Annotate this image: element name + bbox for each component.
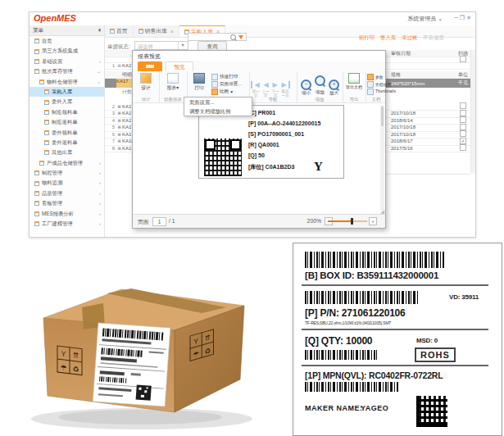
maker-name-label: MAKER NAME: [305,404,363,412]
design-button[interactable]: 设计 [135,73,157,92]
scan-checkbox[interactable] [460,144,466,151]
page-setup-menu: 页面设置... 调整文档缩放比例 [184,97,252,116]
close-button[interactable]: ✕ [466,15,473,20]
export-document-button[interactable]: 导出文档 [343,73,365,89]
page-number-input[interactable]: 1 [152,217,166,226]
sidebar-item-batch-inventory[interactable]: 批次库存管理⌄ [30,66,104,76]
maximize-button[interactable]: ❐ [460,15,466,20]
window-icon [44,130,49,135]
scan-checkbox[interactable] [460,102,466,109]
search-icon [230,34,236,40]
filter-icon[interactable] [238,35,243,39]
scale-button[interactable]: 比例▾ [211,88,242,95]
thumbnails-button[interactable]: Thumbnails [367,88,396,95]
document-map-button[interactable]: 文档地图 [367,80,396,88]
thumbnails-icon [367,89,374,95]
grid-scrollbar[interactable] [470,50,475,173]
menu-item-adjust-scale[interactable]: 调整文档缩放比例 [184,107,252,116]
scan-checkbox[interactable]: ✓ [460,138,466,144]
folder-icon [34,170,39,175]
sidebar-item-outsource-return[interactable]: 委外退料单 [30,138,104,148]
sidebar-item-kanban-mgmt[interactable]: 看板管理‹ [30,198,104,208]
sidebar-item-mfg-return[interactable]: 制造退料单 [30,117,104,127]
sidebar-item-other-outbound[interactable]: 其他出库 [30,148,104,157]
tab-home[interactable]: 首页 [105,25,134,37]
menu-item-page-setup[interactable]: 页面设置... [184,98,252,107]
expand-icon[interactable]: ⊞ [116,104,122,109]
close-icon[interactable]: × [170,29,174,34]
sidebar-item-basic-settings[interactable]: 基础设置‹ [30,57,104,66]
folder-icon [34,221,39,226]
sidebar-item-finished-goods[interactable]: 产成品仓储管理‹ [30,158,104,168]
expand-icon[interactable]: ⊞ [116,146,122,151]
zoom-icon [315,75,325,86]
window-icon [44,100,49,105]
scale-icon [211,89,218,95]
folder-icon [39,161,44,166]
sidebar-item-factory-modeling[interactable]: 工厂建模管理‹ [30,219,104,229]
sidebar-item-outsource-picking[interactable]: 委外领料单 [30,128,104,138]
parameters-button[interactable]: 参数 [367,73,396,80]
chevron-down-icon: ⌄ [438,16,443,21]
scan-filter-checkbox[interactable] [460,56,466,62]
zoom-out-icon: − [301,79,311,90]
mpn-text: [1P] MPN(QVL): RC0402FR-0722RL [305,370,443,380]
zoom-button[interactable]: 缩放 [314,75,326,95]
zoom-slider[interactable] [328,220,367,222]
print-button[interactable]: 打印 [188,73,210,92]
sidebar-item-material-warehouse[interactable]: 物料仓储管理⌄ [30,77,104,87]
sidebar-item-purchase-inbound[interactable]: 采购入库 [30,87,104,97]
zoom-out-button[interactable]: −缩小 [300,75,312,96]
collapse-icon[interactable]: ⊟ [116,63,122,68]
scan-checkbox[interactable] [460,110,466,116]
expand-icon[interactable]: ⊞ [116,125,122,129]
expand-icon[interactable]: ⊞ [116,111,122,116]
sidebar-item-outsource-inbound[interactable]: 委外入库 [30,97,104,107]
status-select[interactable]: 请选择 ▾ [134,41,188,50]
label-line-p: [P] 00A--AO-244012200015 [248,120,320,126]
expand-icon[interactable]: ⊞ [116,139,122,143]
preview-scrollbar[interactable] [380,105,384,215]
tab-sales-outbound[interactable]: 销售出库× [134,25,179,37]
chevron-down-icon: ▾ [176,85,179,90]
scan-checkbox[interactable] [460,130,466,137]
parameters-icon [367,74,374,80]
sidebar-item-home[interactable]: 首页 [30,36,104,46]
label-line-s: [S] PO17090001_001 [248,131,304,137]
titlebar: OpenMES 系统管理员 ⌄ ─❐✕ [30,12,475,25]
barcode-mpn [305,382,399,392]
scan-checkbox[interactable] [460,116,466,123]
sidebar-item-third-party[interactable]: 第三方系统集成 [30,46,104,56]
column-header-spec[interactable]: 规格 [389,71,451,79]
expand-icon[interactable]: ⊞ [116,118,122,123]
report-switch-button[interactable]: 报表▾ [162,73,184,92]
pin-icon[interactable]: ⏴ [98,25,101,35]
sidebar-item-mes-reports[interactable]: MES报表分析‹ [30,209,104,219]
spec-cell: 240*520*15mm [389,81,451,86]
part-number-text: [P] P/N: 271061220106 [305,307,406,319]
divider [302,284,488,286]
zoom-in-button[interactable]: +放大 [328,75,340,96]
search-input[interactable] [188,33,247,41]
sidebar-item-mfg-picking[interactable]: 制造领料单 [30,107,104,117]
watermark-letter: Y [314,160,323,174]
box-photo: Y ⇈ ☂ ♻ Y ⇈ ☂ ♻ [7,261,279,436]
sidebar-item-process-mgmt[interactable]: 制程管理‹ [30,168,104,178]
zoom-plus-button[interactable]: + [369,217,377,225]
resize-grip-icon[interactable]: ◢ [380,208,384,214]
report-icon [167,73,179,84]
divider [302,365,488,366]
scan-checkbox[interactable] [460,124,466,130]
quick-print-button[interactable]: 快速打印 [211,73,242,80]
zoom-slider-thumb[interactable] [351,218,353,225]
minimize-button[interactable]: ─ [454,15,460,20]
app-menu-tab[interactable] [138,61,162,71]
printer-icon [193,73,205,84]
user-menu[interactable]: 系统管理员 ⌄ [407,15,443,23]
vendor-id-text: VD: 35911 [449,293,479,301]
page-setup-button[interactable]: 页面设置... [211,80,242,88]
expand-icon[interactable]: ⊞ [116,132,122,137]
folder-icon [34,59,39,64]
sidebar-item-quality-mgmt[interactable]: 品质管理‹ [30,188,104,198]
sidebar-item-material-trace[interactable]: 物料追溯‹ [30,178,104,188]
